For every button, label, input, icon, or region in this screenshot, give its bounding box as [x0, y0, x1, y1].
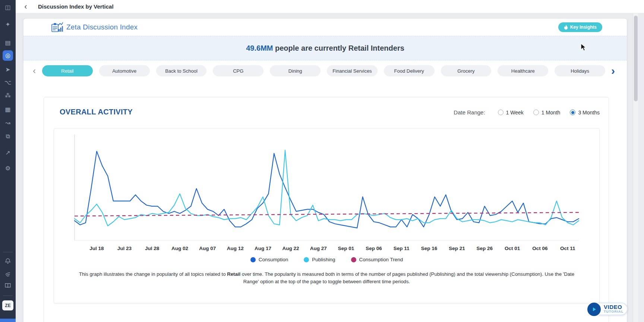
consumption-trend-dot-icon	[351, 257, 356, 262]
sidebar-item-dashboard[interactable]: ▤	[0, 38, 16, 48]
back-button[interactable]: ‹	[22, 1, 30, 12]
card-header: Zeta Discussion Index Key Insights	[23, 19, 627, 36]
activity-chart-panel: Jul 18Jul 23Jul 28Aug 02Aug 07Aug 12Aug …	[54, 128, 600, 303]
tab-pill-back-to-school[interactable]: Back to School	[156, 65, 207, 76]
tab-pill-holidays[interactable]: Holidays	[555, 65, 605, 76]
svg-text:Oct 11: Oct 11	[560, 246, 575, 251]
sidebar-item-journey[interactable]: ↝	[0, 118, 16, 128]
legend-item-consumption-trend: Consumption Trend	[351, 257, 403, 262]
svg-text:Aug 27: Aug 27	[310, 246, 327, 251]
hero-band: 49.6MM people are currently Retail Inten…	[23, 36, 627, 60]
tabs-scroll-right-icon[interactable]: ›	[609, 65, 617, 76]
book-icon[interactable]	[0, 280, 16, 291]
sidebar-item-settings-gear-icon[interactable]: ⚙	[0, 163, 16, 174]
svg-text:Sep 06: Sep 06	[366, 246, 382, 251]
intender-count: 49.6MM	[246, 44, 273, 52]
radio-1-month[interactable]: 1 Month	[533, 110, 561, 116]
sidebar-item-audience[interactable]: ⁂	[0, 91, 16, 101]
discussion-index-card: Zeta Discussion Index Key Insights 49.6M…	[23, 19, 627, 322]
user-avatar[interactable]: ZE	[2, 300, 13, 310]
sidebar-item-discussion-index-active[interactable]: ◎	[3, 50, 13, 61]
legend-item-consumption: Consumption	[250, 257, 288, 262]
tab-pill-grocery[interactable]: Grocery	[441, 65, 492, 76]
activity-title: OVERALL ACTIVITY	[60, 108, 133, 116]
svg-text:Aug 07: Aug 07	[199, 246, 216, 251]
sidebar-divider	[3, 252, 13, 252]
tab-pill-automotive[interactable]: Automotive	[99, 65, 150, 76]
zeta-logo-icon	[51, 22, 63, 33]
svg-text:Oct 01: Oct 01	[505, 246, 520, 251]
svg-text:Sep 26: Sep 26	[476, 246, 493, 251]
tab-pill-cpg[interactable]: CPG	[213, 65, 263, 76]
activity-line-chart[interactable]: Jul 18Jul 23Jul 28Aug 02Aug 07Aug 12Aug …	[54, 129, 599, 252]
bell-icon[interactable]	[0, 256, 16, 266]
legend-item-publishing: Publishing	[304, 257, 335, 262]
flame-icon	[564, 25, 568, 30]
panel-toggle-icon[interactable]: ◫	[0, 2, 16, 13]
content-area: Zeta Discussion Index Key Insights 49.6M…	[16, 13, 644, 322]
tabs-scroll-left-icon[interactable]: ‹	[30, 66, 38, 75]
svg-text:Sep 11: Sep 11	[394, 246, 410, 251]
overall-activity-card: OVERALL ACTIVITY Date Range: 1 Week 1 Mo…	[44, 97, 609, 322]
activity-header: OVERALL ACTIVITY Date Range: 1 Week 1 Mo…	[44, 97, 609, 128]
svg-text:Sep 01: Sep 01	[338, 246, 354, 251]
sidebar-item-hierarchy[interactable]: ⌥	[0, 78, 16, 88]
key-insights-button[interactable]: Key Insights	[558, 22, 602, 32]
sidebar-item-analytics[interactable]: ↗	[0, 148, 16, 158]
scrollbar-thumb[interactable]	[634, 16, 638, 101]
consumption-dot-icon	[250, 257, 256, 262]
tab-pill-food-delivery[interactable]: Food Delivery	[384, 65, 435, 76]
svg-text:Aug 02: Aug 02	[171, 246, 188, 251]
logo-text: Zeta Discussion Index	[66, 23, 138, 31]
sidebar-item-calendar[interactable]: ▦	[0, 104, 16, 115]
sidebar-divider	[3, 296, 13, 296]
tab-pill-financial-services[interactable]: Financial Services	[327, 65, 378, 76]
radio-dot	[533, 110, 539, 115]
broadcast-icon[interactable]	[0, 269, 16, 279]
svg-text:Jul 23: Jul 23	[117, 246, 132, 251]
vertical-tabs: ‹ Retail Automotive Back to School CPG D…	[23, 60, 627, 81]
date-range-control: Date Range: 1 Week 1 Month 3 Months	[454, 109, 600, 116]
svg-text:Jul 18: Jul 18	[89, 246, 104, 251]
scrollbar-track[interactable]	[633, 13, 638, 322]
svg-text:Sep 16: Sep 16	[421, 246, 438, 251]
radio-1-week[interactable]: 1 Week	[498, 110, 524, 116]
hero-headline: 49.6MM people are currently Retail Inten…	[246, 44, 404, 53]
svg-text:Oct 06: Oct 06	[532, 246, 548, 251]
sparkles-icon[interactable]: ✦	[0, 19, 16, 30]
radio-3-months[interactable]: 3 Months	[570, 110, 600, 116]
topbar: ‹ Discussion Index by Vertical	[16, 0, 644, 13]
tab-pill-healthcare[interactable]: Healthcare	[498, 65, 548, 76]
tutorial-label: TUTORIAL	[604, 310, 624, 313]
tab-pill-retail[interactable]: Retail	[42, 65, 93, 76]
sidebar-accent-strip	[0, 319, 16, 322]
radio-dot	[570, 110, 575, 115]
app-sidebar: ◫ ✦ ▤ ◎ ➤ ⌥ ⁂ ▦ ↝ ⧉ ↗ ⚙ ZE	[0, 0, 16, 322]
svg-text:Aug 22: Aug 22	[282, 246, 299, 251]
date-range-label: Date Range:	[454, 109, 485, 116]
svg-text:Aug 12: Aug 12	[227, 246, 244, 251]
chart-legend: Consumption Publishing Consumption Trend	[54, 257, 599, 262]
key-insights-label: Key Insights	[570, 25, 597, 30]
svg-text:Aug 17: Aug 17	[255, 246, 271, 251]
svg-text:Sep 21: Sep 21	[449, 246, 465, 251]
video-tutorial-button[interactable]: VIDEO TUTORIAL	[592, 303, 628, 315]
radio-dot	[498, 110, 503, 115]
sidebar-item-layers[interactable]: ⧉	[0, 131, 16, 142]
zeta-logo: Zeta Discussion Index	[51, 22, 138, 33]
play-icon	[587, 302, 602, 317]
svg-text:Jul 28: Jul 28	[145, 246, 160, 251]
publishing-dot-icon	[304, 257, 309, 262]
video-label: VIDEO	[604, 304, 624, 310]
chart-description: This graph illustrates the change in pop…	[79, 271, 575, 285]
sidebar-item-send[interactable]: ➤	[0, 64, 16, 75]
tab-pill-dining[interactable]: Dining	[270, 65, 321, 76]
page-title: Discussion Index by Vertical	[38, 3, 114, 10]
